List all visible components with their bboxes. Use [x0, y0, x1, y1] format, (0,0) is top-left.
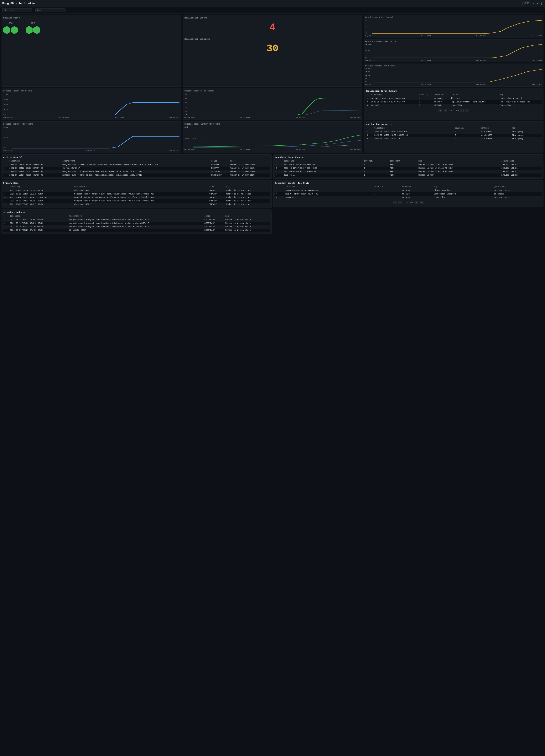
secondary-nodes-panel: Secondary Node(s) timestamp hostAndPort … [2, 210, 272, 234]
col-host: hostAndPort [61, 159, 210, 163]
col-state: state [203, 214, 224, 218]
table-row: 3 2021-05-31T20:28:57.19 I conn309678 Sl… [366, 137, 542, 141]
replica-query-panel: Replica Query Per Second 4 2 0 May 02 20… [364, 15, 543, 38]
hex-2 [11, 26, 18, 34]
error-summary-pagination: « ‹ 1 of 100 › » [366, 108, 542, 113]
replica-getmore-panel: Replica GetMore Per Second 40 20 0 May 0… [2, 121, 181, 153]
oplog-top-value: 1.54 M [184, 126, 361, 128]
table-row: 1 2021-05-31T20:28:57.53+07:00 I conn309… [366, 130, 542, 134]
host-filter[interactable] [35, 8, 65, 12]
arbiter-nodes-title: Arbiter Node(s) [3, 156, 270, 158]
heartbeat-errors-table: timestamp severity component msg _source… [275, 159, 542, 177]
table-row: 4 2021-05-12T17:03:36.645+00:00 mongodb-… [3, 173, 270, 177]
svg-text:0: 0 [365, 81, 368, 83]
svg-text:10: 10 [365, 75, 370, 77]
replica-oplog-panel: Replica Oplog Window Per Second 1.54 M 2… [183, 121, 362, 153]
stale-of-label: of [406, 202, 408, 204]
more-icon[interactable]: ⋮ [540, 2, 543, 5]
db-cluster-filter[interactable] [2, 8, 32, 12]
table-row: 2 2021-05-25T11:13:52.550+07:00 I NETWOR… [366, 100, 542, 104]
col-msg: msg [417, 159, 500, 163]
svg-text:50: 50 [365, 50, 370, 52]
refresh-icon[interactable]: ↻ [533, 2, 534, 5]
bottom-right-col: Heartbeat Error Events timestamp severit… [273, 154, 543, 234]
svg-text:5: 5 [184, 93, 187, 95]
table-row: 2 2021-05-31T08:05:26.013+07:00 I NETWOR… [275, 192, 542, 196]
table-row: 1 2021-05-09T22:30:21.507+07:00 db-node0… [3, 189, 270, 192]
svg-text:0: 0 [3, 114, 6, 116]
col-num [275, 159, 283, 163]
col-msg: msg [511, 126, 542, 130]
svg-text:20: 20 [3, 137, 8, 138]
last-page-btn[interactable]: » [465, 109, 469, 112]
col-timestamp: timestamp [283, 185, 372, 189]
svg-text:15: 15 [365, 71, 370, 73]
col-num [3, 159, 8, 163]
time-range[interactable]: -30D [522, 2, 531, 5]
col-state: state [208, 185, 225, 189]
replication-error-summary-table: timestamp severity component context msg… [366, 93, 542, 107]
sec-hexagons [3, 26, 18, 34]
replica-getmore-chart: 40 20 0 [3, 126, 179, 149]
table-row: 5 2021-05-09T22:27:49.117+07:00 db-node0… [3, 203, 270, 206]
stale-first-page-btn[interactable]: « [393, 201, 397, 204]
svg-text:23.15 d: 23.15 d [184, 138, 202, 140]
col-msg: msg [224, 214, 270, 218]
replica-insert-x-labels: May 02 2021 May 10 2021 May 18 2021 May … [3, 116, 179, 118]
errors-section: Replication Errors 4 [184, 17, 361, 36]
replication-events-title: Replication Events ⚠ [366, 123, 542, 126]
stale-last-page-btn[interactable]: » [420, 201, 424, 204]
prev-page-btn[interactable]: ‹ [444, 109, 447, 112]
col-msg: msg [225, 185, 270, 189]
secondary-nodes-table: timestamp hostAndPort state msg 1 2021-0… [3, 214, 270, 232]
col-num [275, 185, 283, 189]
col-sourcehost: _sourcehost [500, 159, 542, 163]
col-sourcehost: _sourcehost [493, 185, 542, 189]
table-row: 1 2021-05-29T02:14:00.549+07:00 I NETWOR… [366, 97, 542, 100]
replica-commands-title: Replica Commands Per Second [365, 41, 542, 43]
col-severity: severity [454, 126, 480, 130]
col-timestamp: timestamp [283, 159, 363, 163]
arbiter-nodes-panel: Arbiter Node(s) timestamp hostAndPort st… [2, 154, 272, 179]
mid-section: Replica Insert Per Second 40 30 20 10 0 … [2, 88, 543, 120]
warnings-section: Replication Warnings 30 [184, 38, 361, 56]
next-page-btn[interactable]: › [460, 109, 464, 112]
svg-text:4: 4 [184, 97, 187, 99]
svg-text:2: 2 [184, 107, 187, 108]
warning-icon: ⚠ [391, 123, 392, 126]
table-row: 1 2021-05-12T08:17:40.1+00:00 I REPL Mem… [275, 163, 542, 167]
sec-label: SEC [8, 22, 13, 25]
table-row: 3 2021-05-... I NETWORK conn???000 Conne… [366, 104, 542, 107]
svg-text:0: 0 [365, 32, 368, 34]
replica-updates-title: Replica Updates Per Second [365, 65, 542, 67]
col-host: hostAndPort [73, 185, 208, 189]
svg-text:4: 4 [365, 20, 368, 22]
replica-deletes-title: Replica Deletes Per Second [184, 90, 361, 92]
hex-4 [33, 26, 40, 34]
stale-prev-page-btn[interactable]: ‹ [398, 201, 402, 204]
current-page: 1 [449, 110, 450, 112]
total-pages: 100 [455, 110, 459, 112]
replication-errors-value: 4 [184, 20, 361, 35]
replica-commands-panel: Replica Commands Per Second 100 50 0 May… [364, 39, 543, 62]
pri-label: PRI [31, 22, 35, 25]
replica-updates-panel: Replica Updates Per Second 20 15 10 5 0 … [364, 64, 543, 87]
svg-text:1: 1 [184, 111, 187, 112]
first-page-btn[interactable]: « [439, 109, 442, 112]
svg-text:5: 5 [365, 78, 368, 80]
heartbeat-errors-panel: Heartbeat Error Events timestamp severit… [273, 154, 543, 179]
table-row: 1 2021-05-28T20:27:34.041+00:00 I NETWOR… [275, 189, 542, 192]
table-row: 4 2021-05-12T17:03:33.887+00:00 mongodb-… [3, 199, 270, 203]
bottom-section: Arbiter Node(s) timestamp hostAndPort st… [2, 154, 543, 234]
replica-commands-x-labels: May 02 2021 May 10 2021 May 18 2021 May … [365, 59, 542, 61]
replica-query-title: Replica Query Per Second [365, 16, 542, 18]
replication-error-summary-title: Replication Error Summary [366, 90, 542, 92]
col-num [3, 214, 9, 218]
secondary-too-stale-panel: Secondary Node(s) Too Stale timestamp se… [273, 180, 543, 207]
stale-next-page-btn[interactable]: › [415, 201, 418, 204]
replica-insert-title: Replica Insert Per Second [3, 90, 179, 92]
replica-deletes-panel: Replica Deletes Per Second 5 4 3 2 1 0 M… [183, 88, 362, 120]
hex-1 [3, 26, 10, 34]
col-num [3, 185, 9, 189]
filter-icon[interactable]: ▼ [537, 2, 538, 5]
